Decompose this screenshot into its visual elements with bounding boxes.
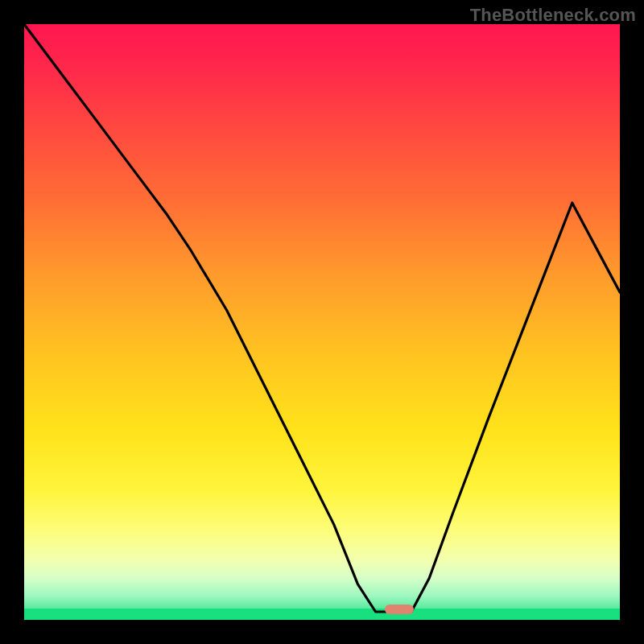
optimal-marker xyxy=(385,605,414,614)
plot-area xyxy=(24,24,620,620)
chart-frame: TheBottleneck.com xyxy=(0,0,644,644)
bottleneck-curve xyxy=(24,24,620,620)
watermark-text: TheBottleneck.com xyxy=(470,5,636,26)
